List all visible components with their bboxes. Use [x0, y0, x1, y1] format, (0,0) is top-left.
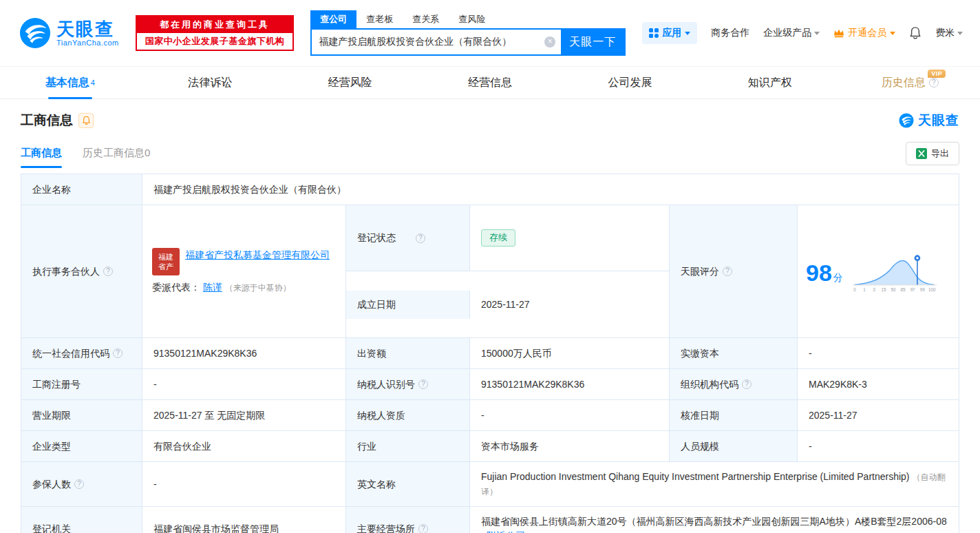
capital-value: 150000万人民币 [470, 338, 670, 369]
tab-history-info[interactable]: VIP 历史信息 [840, 67, 980, 98]
help-icon[interactable] [742, 379, 752, 389]
tab-history-info-label: 历史信息 [882, 76, 926, 90]
help-icon[interactable] [113, 348, 122, 358]
tab-basic-info[interactable]: 基本信息4 [0, 67, 140, 98]
insured-count-label: 参保人数 [21, 462, 142, 507]
export-button[interactable]: 导出 [906, 142, 959, 165]
approve-date-label: 核准日期 [670, 400, 798, 431]
tab-intellectual-property[interactable]: 知识产权 [700, 67, 840, 98]
help-icon[interactable] [103, 266, 113, 276]
svg-text:85: 85 [900, 287, 905, 292]
business-cooperation-link[interactable]: 商务合作 [711, 27, 749, 39]
help-icon[interactable] [74, 479, 84, 489]
help-icon[interactable] [418, 379, 428, 389]
svg-text:3: 3 [873, 287, 875, 292]
tab-operation-risk[interactable]: 经营风险 [280, 67, 420, 98]
company-name-value: 福建产投启航股权投资合伙企业（有限合伙） [142, 174, 959, 205]
company-type-value: 有限合伙企业 [142, 431, 346, 462]
notification-bell-icon[interactable] [909, 26, 922, 40]
score-label: 天眼评分 [670, 205, 798, 338]
username: 费米 [935, 27, 955, 39]
svg-text:0: 0 [853, 287, 856, 292]
search-button[interactable]: 天眼一下 [561, 30, 624, 54]
staff-size-value: - [798, 431, 959, 462]
tab-company-development-label: 公司发展 [608, 76, 652, 90]
apps-grid-icon [649, 28, 659, 38]
svg-text:97: 97 [910, 287, 915, 292]
search-tab-risk[interactable]: 查风险 [449, 10, 495, 28]
tianyancha-logo-icon [899, 113, 914, 128]
capital-label: 出资额 [346, 338, 470, 369]
help-icon[interactable] [723, 266, 732, 276]
svg-text:1: 1 [863, 287, 866, 292]
section-header: 工商信息 天眼查 [21, 112, 959, 129]
company-type-label: 企业类型 [21, 431, 142, 462]
partner-company-link[interactable]: 福建省产投私募基金管理有限公司 [185, 248, 330, 262]
search-area: 查公司 查老板 查关系 查风险 天眼一下 [310, 10, 626, 56]
tab-operation-info[interactable]: 经营信息 [420, 67, 560, 98]
score-number: 98分 [806, 255, 843, 291]
business-term-label: 营业期限 [21, 400, 142, 431]
partner-logo[interactable]: 福建 省产 [152, 248, 180, 275]
logo-text: 天眼查 TianYanCha.com [56, 19, 119, 48]
search-tab-company[interactable]: 查公司 [310, 10, 356, 28]
credit-code-label: 统一社会信用代码 [21, 338, 142, 369]
industry-value: 资本市场服务 [470, 431, 670, 462]
english-name-label: 英文名称 [346, 462, 470, 507]
open-vip-link[interactable]: 开通会员 [833, 27, 895, 39]
delegate-link[interactable]: 陈谨 [203, 282, 222, 293]
chevron-down-icon [685, 32, 690, 35]
subtab-history-business-info[interactable]: 历史工商信息0 [83, 147, 150, 168]
search-tabs: 查公司 查老板 查关系 查风险 [310, 10, 626, 28]
managing-partner-value: 福建 省产 福建省产投私募基金管理有限公司 委派代表： 陈谨 （来源于中基协） [142, 205, 346, 338]
company-name-label: 企业名称 [21, 174, 142, 205]
reg-status-label: 登记状态 [346, 205, 470, 271]
chevron-down-icon [957, 32, 963, 35]
crown-icon [833, 28, 844, 38]
tianyancha-logo[interactable]: 天眼查 TianYanCha.com [19, 17, 119, 49]
tab-company-development[interactable]: 公司发展 [560, 67, 700, 98]
clear-search-icon[interactable] [544, 36, 555, 48]
user-menu[interactable]: 费米 [935, 27, 963, 39]
watermark-text: 天眼查 [918, 112, 959, 129]
english-name-value: Fujian Production Investment Qihang Equi… [470, 462, 959, 507]
tab-legal-proceedings[interactable]: 法律诉讼 [140, 67, 279, 98]
credit-code-value: 91350121MAK29K8K36 [142, 338, 346, 369]
delegate-row: 委派代表： 陈谨 （来源于中基协） [152, 280, 291, 295]
subscribe-bell-icon[interactable] [78, 113, 94, 128]
slogan-line1: 都在用的商业查询工具 [137, 17, 293, 33]
section-title: 工商信息 [21, 112, 73, 129]
slogan-line2: 国家中小企业发展子基金旗下机构 [137, 33, 293, 50]
partner-block: 福建 省产 福建省产投私募基金管理有限公司 [152, 248, 330, 275]
help-icon[interactable] [416, 233, 425, 243]
help-icon[interactable] [418, 524, 428, 533]
business-address-label: 主要经营场所 [346, 507, 470, 533]
tab-legal-proceedings-label: 法律诉讼 [188, 76, 232, 90]
svg-text:99: 99 [919, 287, 924, 292]
search-tab-boss[interactable]: 查老板 [356, 10, 403, 28]
brand-name: 天眼查 [56, 19, 119, 39]
staff-size-label: 人员规模 [670, 431, 798, 462]
slogan-banner: 都在用的商业查询工具 国家中小企业发展子基金旗下机构 [136, 15, 295, 51]
vip-badge: VIP [928, 70, 946, 78]
content: 工商信息 天眼查 工商信息 历史工商信息0 导出 企业名称 福建产投启航股权投资… [0, 112, 980, 533]
search-tab-relation[interactable]: 查关系 [403, 10, 449, 28]
enterprise-products-menu[interactable]: 企业级产品 [763, 27, 820, 39]
taxpayer-quality-label: 纳税人资质 [346, 400, 470, 431]
managing-partner-label: 执行事务合伙人 [21, 205, 142, 338]
help-icon[interactable] [929, 78, 939, 87]
apps-menu[interactable]: 应用 [642, 22, 697, 44]
nearby-companies-link[interactable]: 附近公司 [487, 530, 525, 533]
tianyancha-logo-icon [19, 17, 51, 49]
enterprise-products-label: 企业级产品 [763, 27, 811, 39]
search-input[interactable] [312, 36, 544, 48]
tab-basic-info-label: 基本信息 [45, 76, 89, 90]
subtab-business-info[interactable]: 工商信息 [21, 147, 62, 168]
establish-date-value: 2025-11-27 [470, 291, 669, 319]
open-vip-label: 开通会员 [848, 27, 886, 39]
taxpayer-quality-value: - [470, 400, 670, 431]
reg-number-value: - [142, 369, 346, 400]
svg-text:100: 100 [928, 287, 936, 292]
paid-capital-label: 实缴资本 [670, 338, 798, 369]
chevron-down-icon [890, 32, 895, 35]
